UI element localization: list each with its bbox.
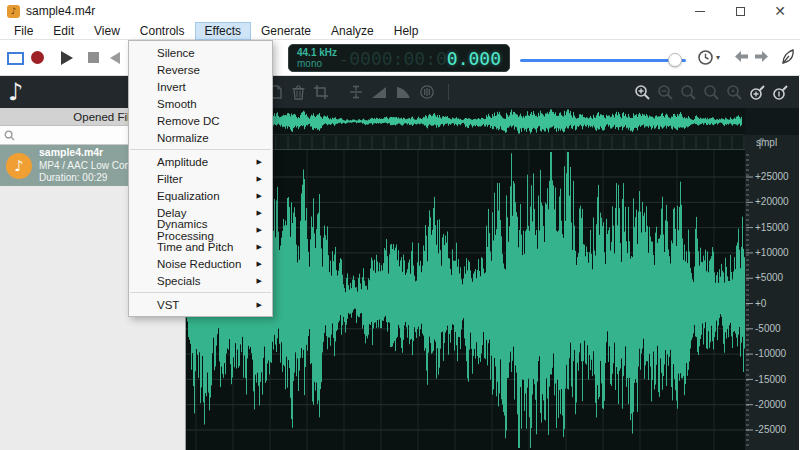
time-ghost-digits: -0000:00:0 [338,48,446,69]
menu-separator [130,149,271,150]
center-amplitude-icon[interactable] [348,84,364,100]
previous-icon [110,52,120,64]
submenu-arrow-icon: ▶ [257,192,262,200]
ruler-label: -15000 [755,374,799,385]
submenu-arrow-icon: ▶ [257,301,262,309]
app-window: ♪ sample4.m4r ✕ File Edit View Controls … [0,0,800,450]
stop-button[interactable] [88,52,99,63]
submenu-arrow-icon: ▶ [257,175,262,183]
play-icon [61,51,73,65]
history-button[interactable] [696,48,715,67]
menu-item-reverse[interactable]: Reverse [129,61,272,78]
edit-pen-button[interactable] [780,48,797,66]
selection-tool-icon [7,52,24,65]
window-title: sample4.m4r [26,4,95,18]
maximize-icon [736,7,745,16]
effects-dropdown-menu: Silence Reverse Invert Smooth Remove DC … [128,40,273,317]
fade-in-icon[interactable] [371,85,388,100]
zoom-fit-icon[interactable] [703,84,720,101]
menu-item-remove-dc[interactable]: Remove DC [129,112,272,129]
main-content: ♪ Opened Files ♪ sample4.m4r MP4 / AAC L… [0,76,800,450]
vertical-zoom-out-icon[interactable] [772,84,789,101]
menu-item-smooth[interactable]: Smooth [129,95,272,112]
menu-item-equalization[interactable]: Equalization▶ [129,187,272,204]
maximize-button[interactable] [720,0,760,22]
stop-icon [88,52,99,63]
fade-out-icon[interactable] [395,85,412,100]
slider-track[interactable] [520,59,686,62]
menu-generate[interactable]: Generate [251,22,321,40]
main-toolbar: 44.1 kHz mono -0000:00:00.000 ▾ [0,40,800,76]
waveform-toolbar [186,76,799,108]
audio-file-icon: ♪ [6,153,32,179]
time-display: 44.1 kHz mono -0000:00:00.000 [288,44,510,72]
ruler-label: +15000 [755,222,799,233]
menu-item-invert[interactable]: Invert [129,78,272,95]
record-button[interactable] [31,51,44,64]
trash-icon[interactable] [291,84,306,100]
time-live-digits: 0.000 [447,48,501,69]
channel-mode-label: mono [297,58,337,69]
volume-slider[interactable] [520,53,686,67]
menu-item-amplitude[interactable]: Amplitude▶ [129,153,272,170]
play-button[interactable] [61,51,73,65]
submenu-arrow-icon: ▶ [257,209,262,217]
amplitude-ruler: smpl +25000 +20000 +15000 +10000 +5000 +… [745,135,799,450]
submenu-arrow-icon: ▶ [257,277,262,285]
caret-down-icon: ▾ [716,53,720,62]
menu-file[interactable]: File [4,22,43,40]
menu-item-specials[interactable]: Specials▶ [129,272,272,289]
window-controls: ✕ [680,0,800,22]
sample-rate-label: 44.1 kHz [297,47,337,58]
waveform-panel: smpl +25000 +20000 +15000 +10000 +5000 +… [186,76,799,450]
zoom-reset-icon[interactable] [726,84,743,101]
ruler-label: -10000 [755,348,799,359]
zoom-out-icon[interactable] [657,84,674,101]
menu-controls[interactable]: Controls [130,22,195,40]
menu-analyze[interactable]: Analyze [321,22,384,40]
menu-item-silence[interactable]: Silence [129,44,272,61]
vertical-zoom-in-icon[interactable] [749,84,766,101]
titlebar: ♪ sample4.m4r ✕ [0,0,800,22]
close-button[interactable]: ✕ [760,0,800,22]
loudness-icon[interactable] [419,84,435,100]
ruler-label: +10000 [755,247,799,258]
menu-help[interactable]: Help [384,22,429,40]
menu-view[interactable]: View [84,22,130,40]
selection-tool-button[interactable] [2,47,28,69]
menu-effects[interactable]: Effects [195,22,251,40]
ruler-label: +0 [755,298,799,309]
record-icon [31,51,44,64]
minimize-button[interactable] [680,0,720,22]
ruler-label: +20000 [755,196,799,207]
crop-icon[interactable] [313,84,329,100]
submenu-arrow-icon: ▶ [257,243,262,251]
history-dropdown-button[interactable]: ▾ [716,53,720,62]
toolbar-separator [448,84,449,100]
undo-back-button[interactable] [734,50,749,63]
minimize-icon [695,11,705,12]
redo-forward-button[interactable] [754,50,769,63]
menu-item-normalize[interactable]: Normalize [129,129,272,146]
zoom-selection-icon[interactable] [680,84,697,101]
ruler-label: -5000 [755,323,799,334]
zoom-in-icon[interactable] [634,84,651,101]
menu-item-filter[interactable]: Filter▶ [129,170,272,187]
ruler-label: +25000 [755,171,799,182]
submenu-arrow-icon: ▶ [257,260,262,268]
ruler-label: -25000 [755,424,799,435]
submenu-arrow-icon: ▶ [257,158,262,166]
menu-item-vst[interactable]: VST▶ [129,296,272,313]
menu-item-noise-reduction[interactable]: Noise Reduction▶ [129,255,272,272]
slider-thumb[interactable] [668,53,682,67]
menu-item-dynamics-processing[interactable]: Dynamics Processing▶ [129,221,272,238]
previous-button[interactable] [110,52,120,64]
menu-item-time-and-pitch[interactable]: Time and Pitch▶ [129,238,272,255]
app-logo-icon: ♪ [7,5,20,18]
menu-bar: File Edit View Controls Effects Generate… [0,22,800,40]
ruler-unit-label: smpl [756,137,777,148]
search-icon [4,130,15,141]
pen-icon [780,48,797,66]
history-clock-icon [696,48,715,67]
menu-edit[interactable]: Edit [43,22,84,40]
